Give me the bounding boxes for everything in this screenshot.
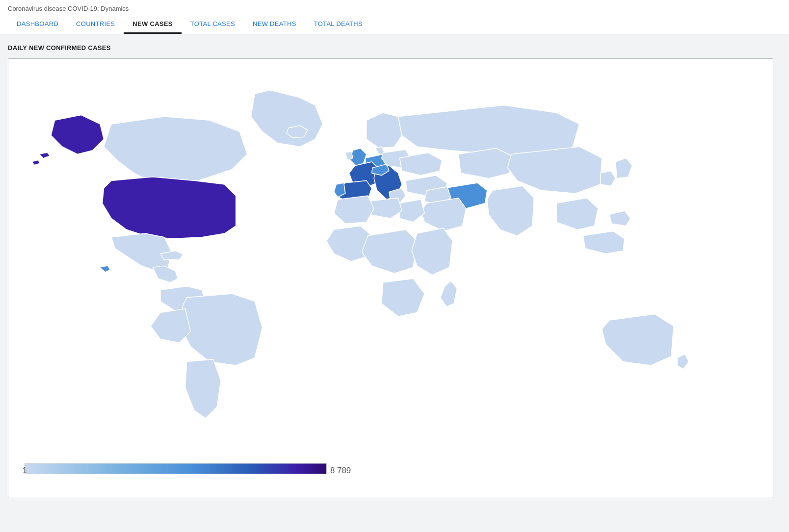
world-map[interactable]: 1 8 789 xyxy=(13,64,768,486)
main-content: DAILY NEW CONFIRMED CASES xyxy=(0,34,789,508)
app-header: Coronavirus disease COVID-19: Dynamics D… xyxy=(0,0,789,34)
app-title: Coronavirus disease COVID-19: Dynamics xyxy=(8,3,781,15)
tab-total-cases[interactable]: TOTAL CASES xyxy=(182,15,244,34)
tab-total-deaths[interactable]: TOTAL DEATHS xyxy=(305,15,371,34)
map-legend xyxy=(13,489,768,493)
tab-dashboard[interactable]: DASHBOARD xyxy=(8,15,67,34)
svg-text:8 789: 8 789 xyxy=(330,466,351,475)
tab-new-cases[interactable]: NEW CASES xyxy=(124,15,181,34)
tab-countries[interactable]: COUNTRIES xyxy=(67,15,124,34)
nav-tabs: DASHBOARD COUNTRIES NEW CASES TOTAL CASE… xyxy=(8,15,781,34)
svg-rect-1 xyxy=(25,463,326,474)
map-container: 1 8 789 xyxy=(8,58,773,498)
svg-text:1: 1 xyxy=(22,466,26,475)
section-title: DAILY NEW CONFIRMED CASES xyxy=(8,44,781,51)
tab-new-deaths[interactable]: NEW DEATHS xyxy=(244,15,305,34)
